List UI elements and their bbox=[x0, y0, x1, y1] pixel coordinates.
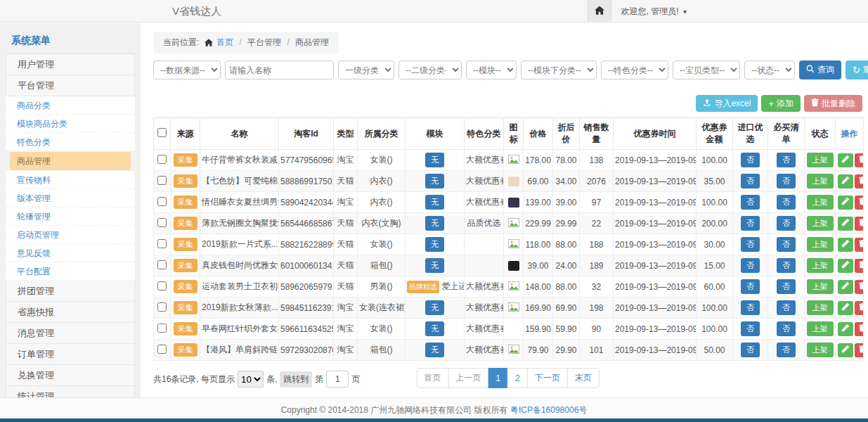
sidebar-item-平台管理[interactable]: 平台管理 bbox=[6, 75, 135, 96]
add-button[interactable]: + 添加 bbox=[761, 95, 801, 112]
filter-select-item-type[interactable]: --宝贝类型-- bbox=[673, 60, 740, 79]
filter-select-module[interactable]: --模块-- bbox=[466, 60, 517, 79]
batch-delete-button[interactable]: 批量删除 bbox=[804, 95, 862, 112]
page-button-下一页[interactable]: 下一页 bbox=[527, 368, 568, 388]
sidebar-item-消息管理[interactable]: 消息管理 bbox=[6, 323, 135, 344]
jump-page-input[interactable] bbox=[326, 371, 349, 388]
home-button[interactable] bbox=[588, 0, 611, 23]
import-select-badge[interactable]: 否 bbox=[741, 153, 760, 167]
edit-button[interactable] bbox=[838, 238, 853, 252]
must-buy-badge[interactable]: 否 bbox=[777, 300, 796, 315]
filter-select-feature-category[interactable]: --特色分类-- bbox=[601, 60, 668, 79]
import-select-badge[interactable]: 否 bbox=[741, 216, 760, 231]
import-excel-button[interactable]: 导入excel bbox=[696, 95, 758, 112]
delete-button[interactable] bbox=[855, 238, 864, 252]
row-checkbox[interactable] bbox=[157, 218, 167, 227]
user-menu[interactable]: 欢迎您, 管理员! ▾ bbox=[621, 6, 687, 18]
must-buy-badge[interactable]: 否 bbox=[777, 153, 796, 167]
sidebar-item-意见反馈[interactable]: 意见反馈 bbox=[6, 244, 135, 262]
edit-button[interactable] bbox=[838, 153, 853, 167]
import-select-badge[interactable]: 否 bbox=[741, 195, 760, 210]
status-button[interactable]: 上架 bbox=[807, 279, 834, 294]
row-checkbox[interactable] bbox=[157, 345, 167, 354]
import-select-badge[interactable]: 否 bbox=[741, 300, 760, 315]
edit-button[interactable] bbox=[838, 174, 853, 188]
sidebar-item-订单管理[interactable]: 订单管理 bbox=[6, 344, 135, 365]
import-select-badge[interactable]: 否 bbox=[741, 237, 760, 252]
row-checkbox[interactable] bbox=[157, 155, 167, 164]
sidebar-item-轮播管理[interactable]: 轮播管理 bbox=[6, 207, 135, 226]
search-button[interactable]: 查询 bbox=[799, 60, 841, 79]
delete-button[interactable] bbox=[855, 343, 864, 357]
sidebar-item-用户管理[interactable]: 用户管理 bbox=[6, 54, 135, 75]
must-buy-badge[interactable]: 否 bbox=[777, 195, 796, 210]
status-button[interactable]: 上架 bbox=[807, 300, 834, 315]
filter-select-level1-category[interactable]: 一级分类 bbox=[338, 60, 394, 79]
filter-select-module-subcategory[interactable]: --模块下分类-- bbox=[521, 60, 597, 79]
sidebar-item-特色分类[interactable]: 特色分类 bbox=[6, 133, 135, 151]
row-checkbox[interactable] bbox=[157, 239, 167, 248]
status-button[interactable]: 上架 bbox=[807, 321, 834, 336]
delete-button[interactable] bbox=[855, 322, 864, 336]
sidebar-item-商品管理[interactable]: 商品管理 bbox=[10, 152, 131, 170]
delete-button[interactable] bbox=[855, 196, 864, 210]
sidebar-item-省惠快报[interactable]: 省惠快报 bbox=[6, 302, 135, 323]
sidebar-item-宣传物料[interactable]: 宣传物料 bbox=[6, 171, 135, 189]
page-button-末页[interactable]: 末页 bbox=[567, 368, 600, 388]
filter-name-input[interactable] bbox=[225, 60, 334, 79]
page-size-select[interactable]: 10 bbox=[238, 371, 264, 388]
sidebar-item-启动页管理[interactable]: 启动页管理 bbox=[6, 226, 135, 244]
delete-button[interactable] bbox=[855, 259, 864, 273]
filter-select-data-source[interactable]: --数据来源-- bbox=[153, 60, 221, 79]
row-checkbox[interactable] bbox=[157, 260, 167, 269]
must-buy-badge[interactable]: 否 bbox=[777, 258, 796, 273]
sidebar-item-平台配置[interactable]: 平台配置 bbox=[6, 262, 135, 281]
sidebar-item-商品分类[interactable]: 商品分类 bbox=[6, 96, 135, 115]
status-button[interactable]: 上架 bbox=[807, 216, 834, 231]
page-button-首页[interactable]: 首页 bbox=[416, 368, 448, 388]
breadcrumb-home-link[interactable]: 首页 bbox=[216, 37, 233, 47]
status-button[interactable]: 上架 bbox=[807, 195, 834, 210]
edit-button[interactable] bbox=[838, 217, 853, 231]
status-button[interactable]: 上架 bbox=[807, 237, 834, 252]
status-button[interactable]: 上架 bbox=[807, 174, 834, 188]
sidebar-item-兑换管理[interactable]: 兑换管理 bbox=[6, 365, 135, 386]
jump-button[interactable]: 跳转到 bbox=[280, 371, 312, 388]
import-select-badge[interactable]: 否 bbox=[741, 321, 760, 336]
filter-select-status[interactable]: --状态-- bbox=[744, 60, 795, 79]
reset-button[interactable]: ↻ 重置 bbox=[846, 60, 868, 79]
must-buy-badge[interactable]: 否 bbox=[777, 279, 796, 294]
sidebar-item-模块商品分类[interactable]: 模块商品分类 bbox=[6, 115, 135, 133]
must-buy-badge[interactable]: 否 bbox=[777, 321, 796, 336]
import-select-badge[interactable]: 否 bbox=[741, 258, 760, 273]
page-button-上一页[interactable]: 上一页 bbox=[448, 368, 488, 388]
import-select-badge[interactable]: 否 bbox=[741, 343, 760, 357]
icp-link[interactable]: 粤ICP备16098006号 bbox=[510, 404, 587, 416]
row-checkbox[interactable] bbox=[157, 302, 167, 312]
row-checkbox[interactable] bbox=[157, 176, 167, 185]
edit-button[interactable] bbox=[838, 343, 853, 357]
delete-button[interactable] bbox=[855, 153, 864, 167]
edit-button[interactable] bbox=[838, 259, 853, 273]
page-button-2[interactable]: 2 bbox=[507, 368, 528, 388]
row-checkbox[interactable] bbox=[157, 281, 167, 290]
sidebar-item-版本管理[interactable]: 版本管理 bbox=[6, 189, 135, 207]
edit-button[interactable] bbox=[838, 196, 853, 210]
must-buy-badge[interactable]: 否 bbox=[777, 343, 796, 357]
must-buy-badge[interactable]: 否 bbox=[777, 216, 796, 231]
import-select-badge[interactable]: 否 bbox=[741, 279, 760, 294]
delete-button[interactable] bbox=[855, 217, 864, 231]
select-all-checkbox[interactable] bbox=[157, 128, 167, 137]
delete-button[interactable] bbox=[855, 280, 864, 294]
row-checkbox[interactable] bbox=[157, 324, 167, 333]
status-button[interactable]: 上架 bbox=[807, 153, 834, 167]
edit-button[interactable] bbox=[838, 301, 853, 315]
import-select-badge[interactable]: 否 bbox=[741, 174, 760, 188]
status-button[interactable]: 上架 bbox=[807, 258, 834, 273]
row-checkbox[interactable] bbox=[157, 197, 167, 206]
sidebar-item-拼团管理[interactable]: 拼团管理 bbox=[6, 281, 135, 302]
edit-button[interactable] bbox=[838, 280, 853, 294]
edit-button[interactable] bbox=[838, 322, 853, 336]
delete-button[interactable] bbox=[855, 301, 864, 315]
must-buy-badge[interactable]: 否 bbox=[777, 174, 796, 188]
